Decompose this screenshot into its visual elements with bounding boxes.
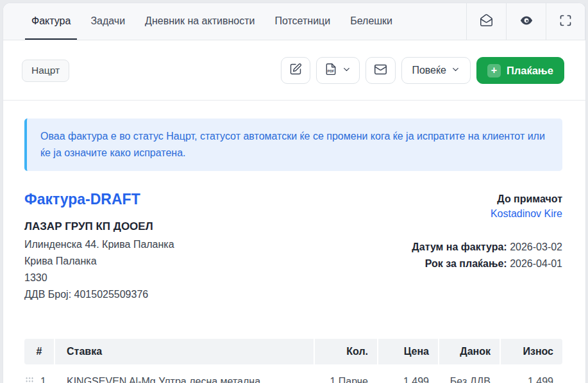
invoice-title: Фактура-DRAFT: [24, 190, 174, 209]
drag-handle-icon[interactable]: [25, 376, 33, 383]
seller-address-line2: Крива Паланка: [24, 253, 174, 270]
tab-invoice[interactable]: Фактура: [25, 3, 77, 40]
pdf-download-button[interactable]: PDF: [316, 57, 360, 84]
pdf-file-icon: PDF: [324, 63, 337, 78]
edit-button[interactable]: [281, 57, 310, 84]
envelope-icon: [374, 63, 387, 79]
tab-action-icons: [466, 3, 585, 40]
toolbar-actions: PDF Повеќе: [281, 57, 564, 84]
col-header-quantity: Кол.: [315, 339, 377, 364]
invoice-content: Оваа фактура е во статус Нацрт, статусот…: [3, 101, 585, 383]
draft-status-alert: Оваа фактура е во статус Нацрт, статусот…: [24, 118, 562, 171]
col-header-number: #: [24, 339, 54, 364]
items-table: # Ставка Кол. Цена Данок Износ 1 KINGSEV…: [24, 339, 562, 383]
table-row: 1 KINGSEVEN Al-Mg Ултра лесна метална 1 …: [24, 371, 562, 383]
tab-bar: Фактура Задачи Дневник на активности Пот…: [3, 3, 585, 40]
add-payment-button[interactable]: + Плаќање: [476, 57, 564, 84]
seller-address-line1: Илинденска 44. Крива Паланка: [24, 236, 174, 253]
recipient-link[interactable]: Kostadinov Kire: [412, 206, 562, 221]
tab-tasks[interactable]: Задачи: [84, 3, 131, 40]
fullscreen-tab-button[interactable]: [546, 3, 585, 40]
status-badge: Нацрт: [22, 60, 69, 82]
payment-button-label: Плаќање: [507, 65, 553, 77]
envelope-open-icon: [480, 13, 493, 29]
eye-icon: [519, 13, 533, 30]
tab-activity-log[interactable]: Дневник на активности: [139, 3, 261, 40]
invoice-dates: Датум на фактура: 2026-03-02 Рок за плаќ…: [412, 239, 562, 272]
seller-company-name: ЛАЗАР ГРУП КП ДООЕЛ: [24, 219, 174, 234]
send-email-tab-button[interactable]: [466, 3, 506, 40]
invoice-header: Фактура-DRAFT ЛАЗАР ГРУП КП ДООЕЛ Илинде…: [24, 190, 562, 303]
col-header-price: Цена: [378, 339, 438, 364]
row-number: 1: [40, 376, 46, 383]
invoice-toolbar: Нацрт PDF: [3, 40, 585, 101]
seller-address-block: ЛАЗАР ГРУП КП ДООЕЛ Илинденска 44. Крива…: [24, 219, 174, 303]
invoice-page-card: Фактура Задачи Дневник на активности Пот…: [3, 3, 586, 383]
edit-icon: [289, 63, 302, 78]
row-number-cell: 1: [24, 371, 54, 383]
due-date-line: Рок за плаќање: 2026-04-01: [412, 256, 562, 272]
chevron-down-icon: [451, 65, 460, 77]
row-item-name: KINGSEVEN Al-Mg Ултра лесна метална: [55, 371, 314, 383]
recipient-label: До примачот: [412, 192, 562, 206]
invoice-date-label: Датум на фактура:: [412, 241, 507, 252]
col-header-amount: Износ: [501, 339, 562, 364]
col-header-item: Ставка: [55, 339, 314, 364]
row-price: 1,499: [378, 371, 438, 383]
plus-icon: +: [487, 64, 501, 77]
more-button[interactable]: Повеќе: [401, 57, 471, 84]
row-quantity: 1 Парче: [315, 371, 377, 383]
more-button-label: Повеќе: [412, 65, 446, 76]
invoice-date-value: 2026-03-02: [510, 241, 562, 252]
col-header-tax: Данок: [439, 339, 500, 364]
due-date-label: Рок за плаќање:: [425, 258, 507, 269]
invoice-seller-block: Фактура-DRAFT ЛАЗАР ГРУП КП ДООЕЛ Илинде…: [24, 190, 174, 303]
invoice-meta-block: До примачот Kostadinov Kire Датум на фак…: [412, 190, 562, 303]
send-email-button[interactable]: [365, 57, 396, 84]
seller-vat-number: ДДВ Број: 4015025509376: [24, 286, 174, 303]
tab-reminders[interactable]: Потсетници: [268, 3, 337, 40]
tab-notes[interactable]: Белешки: [344, 3, 399, 40]
fullscreen-icon: [559, 14, 572, 29]
row-amount: 1,499: [501, 371, 562, 383]
items-table-header: # Ставка Кол. Цена Данок Износ: [24, 339, 562, 364]
svg-text:PDF: PDF: [328, 69, 335, 73]
preview-tab-button[interactable]: [506, 3, 546, 40]
invoice-date-line: Датум на фактура: 2026-03-02: [412, 239, 562, 256]
seller-postal-code: 1330: [24, 270, 174, 286]
chevron-down-icon: [342, 65, 351, 77]
due-date-value: 2026-04-01: [510, 258, 562, 269]
row-tax: Без ДДВ: [439, 371, 500, 383]
